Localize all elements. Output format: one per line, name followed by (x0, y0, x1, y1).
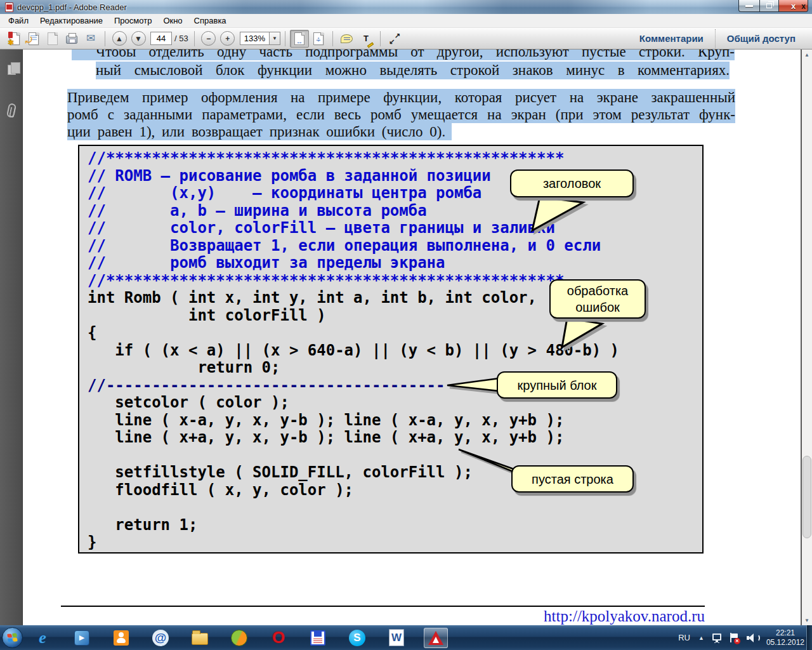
floppy-disk-icon (310, 630, 325, 646)
minimize-button[interactable] (738, 0, 760, 12)
taskbar-item-mailru-agent[interactable] (227, 628, 251, 648)
close-icon: x (791, 2, 796, 10)
previous-page-button[interactable]: ▲ (110, 30, 129, 48)
zoom-out-button[interactable]: − (199, 30, 218, 48)
footer-rule (61, 606, 705, 607)
toolbar-close-icon[interactable]: x (801, 2, 806, 11)
tray-date: 05.12.2012 (766, 638, 804, 647)
windows-taskbar: e ▶ @ O S W RU ▲ ✕ 22:21 05.12.2012 (0, 625, 812, 650)
restore-button[interactable] (760, 0, 779, 12)
title-bar[interactable]: devcpp_1.pdf - Adobe Reader x (0, 0, 812, 14)
save-icon-disabled (48, 32, 58, 45)
word-icon: W (389, 629, 404, 646)
system-tray: RU ▲ ✕ 22:21 05.12.2012 (678, 625, 804, 650)
fullscreen-button[interactable]: ↗↙ (385, 30, 404, 48)
scrollbar-thumb[interactable] (802, 456, 811, 538)
pdf-file-icon (5, 3, 13, 12)
zoom-in-button[interactable]: + (218, 30, 237, 48)
arrow-up-icon: ▲ (112, 31, 127, 46)
next-page-button[interactable]: ▼ (129, 30, 148, 48)
code-line: //**************************************… (88, 150, 702, 168)
fit-width-arrow: ↔ (296, 37, 303, 45)
save-as-button[interactable]: ⤾ (24, 30, 43, 48)
window-title: devcpp_1.pdf - Adobe Reader (17, 3, 127, 12)
toolbar-separator (380, 31, 381, 46)
share-panel-button[interactable]: Общий доступ (716, 33, 807, 44)
minus-icon: − (201, 31, 216, 46)
tray-clock[interactable]: 22:21 05.12.2012 (766, 628, 804, 647)
taskbar-item-odnoklassniki[interactable] (109, 628, 133, 648)
paragraph-line: ции равен 1), или возвращает признак оши… (67, 123, 452, 140)
start-button[interactable] (2, 627, 23, 648)
menu-item[interactable]: Редактирование (34, 15, 108, 27)
menu-item[interactable]: Файл (3, 15, 34, 27)
taskbar-item-mailru[interactable]: @ (148, 628, 173, 648)
code-line (88, 499, 702, 517)
taskbar-item-media-player[interactable]: ▶ (70, 628, 94, 648)
menu-item[interactable]: Просмотр (108, 15, 157, 27)
scroll-up-icon[interactable]: ▲ (802, 50, 812, 60)
language-indicator[interactable]: RU (678, 633, 690, 642)
taskbar-item-internet-explorer[interactable]: e (30, 628, 55, 648)
minimize-icon (745, 5, 753, 7)
callout-pustaya-stroka: пустая строка (511, 465, 634, 493)
taskbar-item-adobe-reader-active[interactable] (424, 628, 448, 648)
toolbar: ✱ ⤾ ✉ ▲ ▼ / 53 − + 133% ▼ ↔ ↔↕ T ↗↙ Комм… (0, 28, 812, 50)
page-thumbnails-button[interactable] (0, 57, 23, 83)
bullet-text-line: Чтобы отделить одну часть подпрограммы о… (72, 50, 735, 60)
page-total-label: / 53 (174, 34, 188, 43)
taskbar-item-explorer[interactable] (188, 628, 212, 648)
code-line: // ромб выходит за пределы экрана (88, 255, 702, 272)
odnoklassniki-icon (114, 630, 129, 646)
callout-krupny-blok: крупный блок (497, 371, 617, 399)
restore-icon (766, 3, 772, 8)
print-button[interactable] (62, 30, 81, 48)
action-center-flag-icon[interactable]: ✕ (730, 633, 738, 643)
taskbar-item-word[interactable]: W (384, 628, 409, 648)
document-page[interactable]: Чтобы отделить одну часть подпрограммы о… (23, 50, 802, 625)
action-center-error-badge: ✕ (734, 638, 740, 644)
network-icon[interactable] (712, 633, 721, 640)
create-pdf-button[interactable]: ✱ (5, 30, 24, 48)
fullscreen-arrow-sw: ↙ (389, 37, 395, 46)
fit-page-button[interactable]: ↔↕ (309, 30, 328, 48)
email-button[interactable]: ✉ (81, 30, 100, 48)
taskbar-item-skype[interactable]: S (345, 628, 369, 648)
code-line: // color, colorFill — цвета границы и за… (88, 220, 702, 237)
highlight-text-button[interactable]: T (357, 30, 376, 48)
menu-bar: ФайлРедактированиеПросмотрОкноСправка (0, 14, 812, 28)
show-desktop-button[interactable] (806, 625, 812, 650)
add-comment-button[interactable] (337, 30, 357, 48)
fit-width-button[interactable]: ↔ (290, 30, 309, 48)
code-line (88, 447, 702, 465)
paperclip-icon (6, 103, 16, 118)
printer-icon (66, 36, 77, 44)
callout-obrabotka-oshibok: обработка ошибок (549, 279, 646, 319)
volume-icon[interactable] (747, 633, 758, 643)
attachments-button[interactable] (0, 98, 23, 123)
skype-icon: S (349, 630, 365, 646)
page-number-input[interactable] (150, 32, 172, 45)
callout-tail (559, 316, 610, 350)
chevron-down-icon[interactable]: ▼ (269, 32, 280, 44)
code-line: line ( x-a, y, x, y-b ); line ( x-a, y, … (88, 412, 702, 430)
save-button[interactable] (43, 30, 62, 48)
footer-url: http://kpolyakov.narod.ru (61, 607, 705, 625)
envelope-icon: ✉ (86, 32, 95, 45)
vertical-scrollbar[interactable]: ▲ ▼ (802, 50, 812, 625)
taskbar-item-save-app[interactable] (306, 628, 330, 648)
scroll-down-icon[interactable]: ▼ (802, 615, 812, 625)
code-line: // a, b — ширина и высота ромба (88, 202, 702, 220)
menu-item[interactable]: Справка (188, 15, 232, 27)
code-line: } (88, 534, 702, 552)
taskbar-item-opera[interactable]: O (266, 628, 291, 648)
show-hidden-icons-icon[interactable]: ▲ (698, 635, 704, 641)
comments-panel-button[interactable]: Комментарии (628, 33, 715, 44)
menu-item[interactable]: Окно (157, 15, 188, 27)
fit-page-arrow-v: ↕ (317, 35, 320, 43)
zoom-level-control[interactable]: 133% ▼ (240, 32, 280, 45)
opera-icon: O (272, 628, 285, 647)
toolbar-separator (332, 31, 333, 46)
create-pdf-icon: ✱ (10, 32, 20, 45)
toolbar-separator (194, 31, 195, 46)
